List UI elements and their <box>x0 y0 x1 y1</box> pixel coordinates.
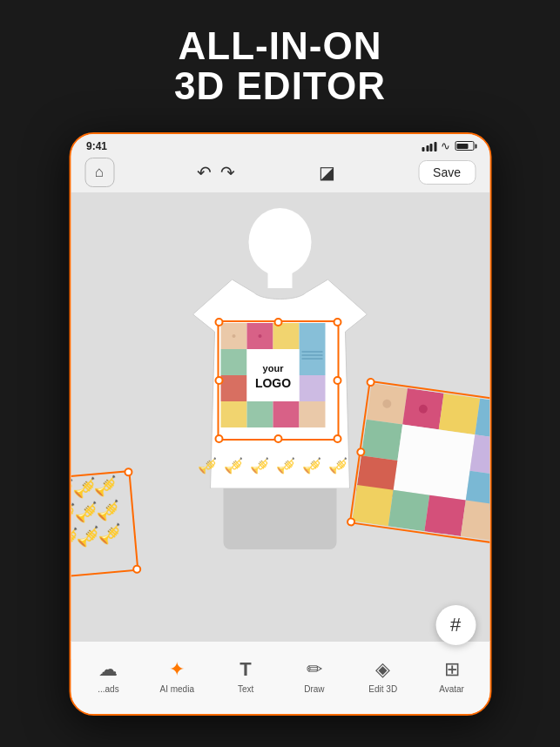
nav-item-clouds[interactable]: ☁ ...ads <box>84 658 132 694</box>
avatar-icon: ⊞ <box>444 658 460 681</box>
ai-media-label: AI media <box>160 684 194 694</box>
handle-tr <box>334 318 342 326</box>
svg-text:🎺: 🎺 <box>276 456 296 475</box>
shirt-selection <box>218 320 340 441</box>
handle-tm <box>274 318 283 326</box>
figure-head <box>249 208 312 276</box>
save-button[interactable]: Save <box>418 160 476 185</box>
figure-legs <box>224 480 337 549</box>
bottom-nav: ☁ ...ads ✦ AI media T Text ✏ Draw ◈ Edit… <box>71 641 489 714</box>
svg-text:🎺: 🎺 <box>302 456 322 475</box>
float-handle-bl <box>346 517 355 527</box>
handle-bl <box>215 434 224 443</box>
nav-item-avatar[interactable]: ⊞ Avatar <box>428 658 476 694</box>
sparkle-icon: ✦ <box>169 658 185 681</box>
floating-design-container <box>352 383 489 542</box>
nav-item-draw[interactable]: ✏ Draw <box>290 658 338 694</box>
clouds-label: ...ads <box>98 684 118 694</box>
draw-label: Draw <box>304 684 324 694</box>
signal-icon <box>422 141 437 151</box>
svg-text:🎺: 🎺 <box>198 456 218 475</box>
grid-button[interactable]: # <box>435 605 476 645</box>
svg-text:🎺: 🎺 <box>328 456 348 475</box>
home-button[interactable]: ⌂ <box>84 158 114 187</box>
layers-button[interactable]: ◪ <box>319 162 335 183</box>
wifi-icon: ∿ <box>441 139 450 152</box>
status-icons: ∿ <box>422 139 475 152</box>
handle-ml <box>215 376 224 385</box>
edit3d-label: Edit 3D <box>368 684 397 694</box>
toolbar: ⌂ ↶ ↷ ◪ Save <box>71 154 489 192</box>
svg-text:🎺: 🎺 <box>250 456 270 475</box>
text-label: Text <box>238 684 253 694</box>
svg-text:🎺: 🎺 <box>224 456 244 475</box>
handle-tl <box>215 318 224 326</box>
draw-icon: ✏ <box>307 658 322 681</box>
redo-button[interactable]: ↷ <box>220 162 235 183</box>
handle-bm <box>274 434 283 443</box>
status-bar: 9:41 ∿ <box>71 134 489 154</box>
header: ALL-IN-ON 3D EDITOR <box>0 0 560 120</box>
tablet-frame: 9:41 ∿ ⌂ ↶ ↷ ◪ <box>69 132 491 716</box>
left-handle-tr <box>124 468 133 477</box>
avatar-label: Avatar <box>439 684 464 694</box>
left-handle-br <box>132 564 141 574</box>
nav-item-text[interactable]: T Text <box>222 658 270 694</box>
text-icon: T <box>240 658 251 681</box>
battery-icon <box>455 141 474 151</box>
status-time: 9:41 <box>86 140 107 152</box>
nav-item-edit3d[interactable]: ◈ Edit 3D <box>359 658 407 694</box>
header-title: ALL-IN-ON 3D EDITOR <box>17 26 543 106</box>
nav-item-ai-media[interactable]: ✦ AI media <box>153 658 201 694</box>
edit3d-icon: ◈ <box>375 658 390 681</box>
clouds-icon: ☁ <box>98 658 118 681</box>
left-arrows-container: 🎺 🎺 🎺 🎺 🎺 🎺 🎺 🎺 🎺 <box>71 473 136 575</box>
undo-button[interactable]: ↶ <box>197 162 212 183</box>
handle-br <box>334 434 342 443</box>
canvas-area[interactable]: your LOGO 🎺 🎺 🎺 🎺 🎺 🎺 <box>71 192 489 659</box>
handle-mr <box>334 376 342 385</box>
